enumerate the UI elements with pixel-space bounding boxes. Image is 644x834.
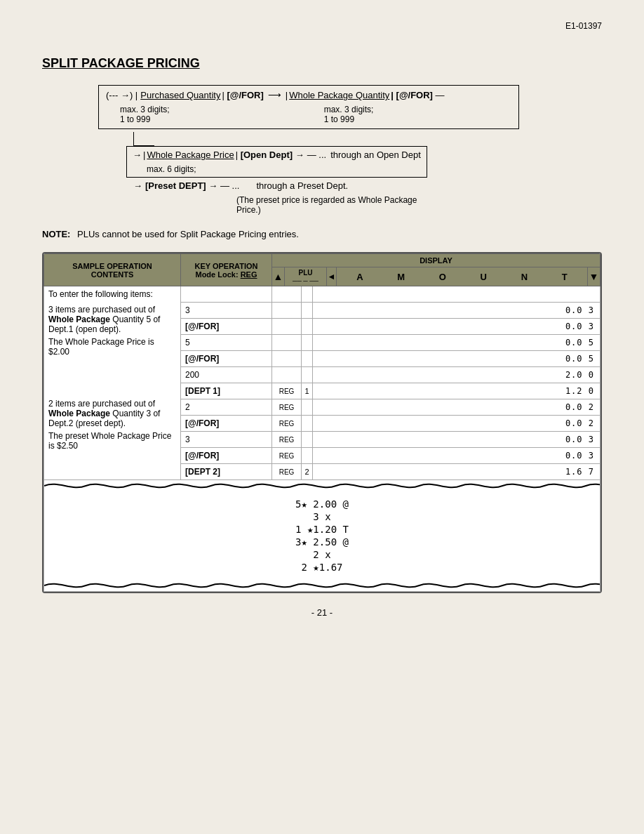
table-header-row: SAMPLE OPERATIONCONTENTS KEY OPERATIONMo… [44,254,601,286]
amount-u: U [481,272,487,282]
header-key: KEY OPERATIONMode Lock: REG [181,254,272,286]
flow-dots1: — ... [307,150,326,160]
key-col-3b: 3 [181,432,272,448]
display-col-for3: REG 0.0 2 [272,416,601,432]
flow-wp-note: max. 6 digits; [147,164,196,174]
sample-col-1: To enter the following items: 3 items ar… [44,286,181,480]
key-col-for2: [@/FOR] [181,351,272,367]
arrow-up-col: ▲ [272,267,285,286]
flow-preset-note: (The preset price is regarded as Whole P… [236,195,417,215]
receipt-content: 5★ 2.00 @ 3 x 1 ★1.20 T 3★ 2.50 @ 2 x 2 … [44,491,600,580]
key-col-dept1: [DEPT 1] [181,383,272,399]
key-col-3: 3 [181,303,272,319]
note-text: PLUs cannot be used for Split Package Pr… [77,229,299,239]
flow-for1: | [@/FOR] [222,90,263,100]
key-col-5: 5 [181,335,272,351]
amount-header: A M O U N T [337,267,587,286]
key-col-2: 2 [181,399,272,416]
flow-pipe2: | [143,150,145,160]
header-sample: SAMPLE OPERATIONCONTENTS [44,254,181,286]
key-col [181,286,272,303]
display-col-5: 0.0 5 [272,335,601,351]
display-col-dept2: REG 2 1.6 7 [272,464,601,480]
key-col-for4: [@/FOR] [181,448,272,464]
amount-n: N [521,272,528,282]
display-col-200: 2.0 0 [272,367,601,383]
table-row: To enter the following items: 3 items ar… [44,286,601,303]
display-col-3: 0.0 3 [272,303,601,319]
receipt-line-3: 1 ★1.20 T [58,524,586,535]
key-col-for1: [@/FOR] [181,319,272,335]
receipt-line-4: 3★ 2.50 @ [58,536,586,548]
display-col-for4: REG 0.0 3 [272,448,601,464]
amount-a: A [356,272,363,282]
receipt-row: 5★ 2.00 @ 3 x 1 ★1.20 T 3★ 2.50 @ 2 x 2 … [44,480,601,592]
flow-preset-through: through a Preset Dept. [256,180,348,191]
main-table: SAMPLE OPERATIONCONTENTS KEY OPERATIONMo… [43,253,601,592]
arrow-left-col: ◄ [327,267,337,286]
display-col-for1: 0.0 3 [272,319,601,335]
wavy-top [44,480,600,491]
flow-wq-note1: max. 3 digits; [324,105,374,114]
flow-diagram: (--- →) | Purchased Quantity | [@/FOR] ⟶… [98,85,602,215]
flow-pipe1: | [286,90,288,100]
receipt-line-1: 5★ 2.00 @ [58,498,586,510]
flow-whole-qty: Whole Package Quantity [289,90,389,100]
arrow-down-col: ▼ [587,267,600,286]
display-col-for2: 0.0 5 [272,351,601,367]
flow-start: (--- →) | [106,90,137,100]
wavy-bottom [44,580,600,591]
flow-purchased-qty: Purchased Quantity [140,90,220,100]
display-col [272,286,601,303]
amount-m: M [397,272,405,282]
main-table-wrapper: SAMPLE OPERATIONCONTENTS KEY OPERATIONMo… [42,252,602,593]
receipt-line-5: 2 x [58,549,586,560]
flow-wq-note2: 1 to 999 [324,114,354,124]
flow-arrow2: → [133,150,142,160]
page-number: - 21 - [42,607,602,618]
flow-open-through: through an Open Dept [330,150,421,160]
key-col-200: 200 [181,367,272,383]
display-col-2: REG 0.0 2 [272,399,601,416]
note-label: NOTE: [42,229,70,239]
receipt-cell: 5★ 2.00 @ 3 x 1 ★1.20 T 3★ 2.50 @ 2 x 2 … [44,480,601,592]
amount-o: O [439,272,446,282]
key-col-dept2: [DEPT 2] [181,464,272,480]
flow-arrow1: ⟶ [268,90,281,100]
flow-whole-price: Whole Package Price [147,150,234,160]
display-header: DISPLAY [272,254,600,267]
plu-header-col: PLU── ─ ── [285,267,327,286]
key-col-for3: [@/FOR] [181,416,272,432]
flow-pq-note2: 1 to 999 [120,114,150,124]
receipt-line-2: 3 x [58,511,586,522]
amount-t: T [562,272,568,282]
display-col-3b: REG 0.0 3 [272,432,601,448]
flow-preset-dept: [Preset DEPT] → — ... [145,180,239,191]
flow-for2: | [@/FOR] — [391,90,444,100]
receipt-line-6: 2 ★1.67 [58,562,586,573]
note-section: NOTE: PLUs cannot be used for Split Pack… [42,229,602,239]
page-title: SPLIT PACKAGE PRICING [42,56,602,71]
flow-pq-note1: max. 3 digits; [120,105,170,114]
page-id: E1-01397 [565,21,602,31]
flow-opendept: | [Open Dept] → [236,150,304,160]
flow-arrow3: → [133,180,142,191]
display-col-dept1: REG 1 1.2 0 [272,383,601,399]
